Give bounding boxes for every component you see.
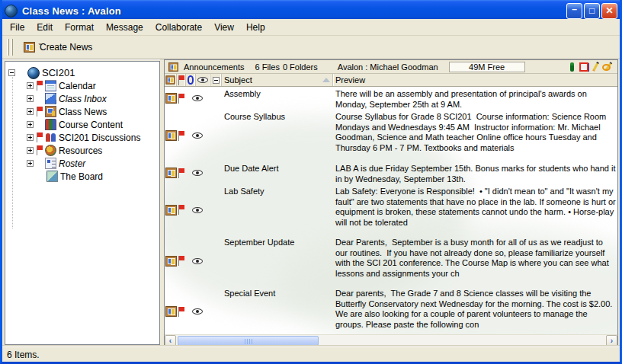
pencil-icon (592, 62, 599, 72)
toolbar: ⌄ Create News (2, 36, 620, 59)
sidebar-item-class-inbox[interactable]: Class Inbox (5, 92, 159, 105)
content-area: SCI201 Calendar Class Inbox Class News (2, 59, 620, 346)
news-row-assembly[interactable]: Assembly There will be an assembly and p… (165, 87, 617, 110)
news-preview[interactable]: Lab Safety: Everyone is Responsible! • "… (335, 184, 617, 228)
books-icon (45, 119, 56, 130)
shared-squares-icon (579, 62, 589, 72)
row-icons (165, 93, 203, 104)
news-row-september-update[interactable]: September Update Dear Parents, September… (165, 235, 617, 286)
tree-item-label: Class News (59, 107, 107, 117)
sidebar-item-roster[interactable]: Roster (5, 157, 159, 170)
roster-icon (45, 158, 56, 169)
menu-message[interactable]: Message (100, 20, 149, 35)
news-row-course-syllabus[interactable]: Course Syllabus Course Syllabus for Grad… (165, 110, 617, 161)
news-row-due-date-alert[interactable]: Due Date Alert LAB A is due Friday Septe… (165, 161, 617, 184)
tree-item-label: SCI201 Discussions (59, 133, 140, 143)
tree-item-sci201[interactable]: SCI201 (5, 66, 159, 79)
expand-box-icon[interactable] (27, 121, 34, 128)
news-board-icon (45, 106, 56, 117)
tree-item-label: Course Content (59, 120, 123, 130)
sort-arrow-icon (322, 78, 330, 82)
inbox-icon (45, 93, 56, 104)
news-row-special-event[interactable]: Special Event Dear parents, The Grade 7 … (165, 286, 617, 334)
expand-box-icon[interactable] (27, 95, 34, 102)
news-board-icon (165, 306, 177, 317)
attachment-column[interactable] (186, 74, 196, 86)
folder-tree-pane: SCI201 Calendar Class Inbox Class News (5, 61, 160, 345)
scrollbar-thumb[interactable] (178, 336, 319, 346)
files-count: 6 Files (255, 62, 280, 72)
menu-collaborate[interactable]: Collaborate (149, 20, 208, 35)
menu-file[interactable]: File (4, 20, 30, 35)
horizontal-scrollbar[interactable]: ‹ › (165, 334, 617, 346)
resources-icon (45, 145, 56, 156)
sidebar-item-class-news[interactable]: Class News (5, 105, 159, 118)
item-icon-column[interactable] (165, 74, 177, 86)
collapse-box-icon[interactable] (8, 69, 15, 76)
minimize-button[interactable]: – (566, 3, 582, 19)
news-preview[interactable]: Dear parents, The Grade 7 and 8 Science … (335, 286, 617, 330)
flag-icon (178, 75, 184, 85)
sidebar-item-sci201-discussions[interactable]: SCI201 Discussions (5, 131, 159, 144)
read-status-column[interactable] (196, 74, 210, 86)
tree-root-label: SCI201 (42, 67, 75, 78)
menu-help[interactable]: Help (240, 20, 271, 35)
menu-edit[interactable]: Edit (30, 20, 59, 35)
menu-format[interactable]: Format (59, 20, 100, 35)
news-subject[interactable]: September Update (224, 238, 332, 247)
create-news-button[interactable]: ⌄ Create News (19, 40, 97, 55)
column-separator[interactable] (332, 74, 333, 86)
status-text: 6 Items. (7, 350, 40, 360)
eye-icon[interactable] (192, 207, 203, 213)
expand-box-icon[interactable] (27, 160, 34, 167)
app-window: Class News : Avalon – □ ✕ File Edit Form… (0, 0, 622, 364)
tree-item-label: Calendar (59, 81, 96, 91)
scroll-left-button[interactable]: ‹ (165, 335, 176, 346)
sidebar-item-calendar[interactable]: Calendar (5, 79, 159, 92)
collapse-all-control[interactable] (210, 74, 222, 86)
flag-icon (36, 107, 43, 117)
expand-box-icon[interactable] (27, 134, 34, 141)
news-preview[interactable]: Dear Parents, September is a busy month … (335, 235, 617, 279)
news-preview[interactable]: LAB A is due Friday September 15th. Bonu… (335, 161, 617, 184)
storage-free-indicator: 49M Free (449, 62, 525, 72)
expand-box-icon[interactable] (27, 108, 34, 115)
news-preview[interactable]: There will be an assembly and presentati… (335, 87, 617, 110)
eye-icon[interactable] (192, 133, 203, 139)
subject-column-header[interactable]: Subject (224, 75, 252, 85)
eye-icon[interactable] (192, 95, 203, 101)
news-list: Assembly There will be an assembly and p… (165, 87, 617, 334)
news-subject[interactable]: Course Syllabus (224, 112, 332, 121)
news-subject[interactable]: Special Event (224, 289, 332, 298)
flag-icon (36, 81, 43, 91)
scroll-right-button[interactable]: › (606, 335, 617, 346)
tree-item-label: Resources (59, 145, 102, 156)
eye-icon (197, 77, 208, 83)
toolbar-grip[interactable] (7, 39, 9, 56)
eye-icon[interactable] (192, 258, 203, 264)
flag-column[interactable] (177, 74, 186, 86)
expand-box-icon[interactable] (27, 147, 34, 154)
row-icons (165, 168, 203, 178)
expand-box-icon[interactable] (27, 82, 34, 89)
eye-icon[interactable] (192, 170, 203, 176)
news-subject[interactable]: Lab Safety (224, 187, 332, 196)
folder-info-bar: Announcements 6 Files 0 Folders Avalon :… (165, 60, 617, 74)
sidebar-item-the-board[interactable]: The Board (5, 170, 159, 183)
sidebar-item-course-content[interactable]: Course Content (5, 118, 159, 131)
person-icon (570, 62, 574, 72)
title-bar[interactable]: Class News : Avalon – □ ✕ (0, 0, 622, 21)
news-preview[interactable]: Course Syllabus for Grade 8 SCI201 Cours… (335, 110, 617, 153)
new-item-mark-icon: ⌄ (37, 40, 43, 46)
toolbar-grip2[interactable] (11, 39, 13, 56)
eye-icon[interactable] (192, 308, 203, 315)
news-row-lab-safety[interactable]: Lab Safety Lab Safety: Everyone is Respo… (165, 184, 617, 235)
create-news-label: Create News (40, 42, 92, 53)
news-subject[interactable]: Due Date Alert (224, 164, 332, 173)
preview-column-header[interactable]: Preview (335, 75, 365, 85)
news-subject[interactable]: Assembly (224, 89, 332, 98)
maximize-button[interactable]: □ (584, 3, 600, 19)
close-button[interactable]: ✕ (601, 3, 617, 19)
menu-view[interactable]: View (208, 20, 240, 35)
sidebar-item-resources[interactable]: Resources (5, 144, 159, 157)
